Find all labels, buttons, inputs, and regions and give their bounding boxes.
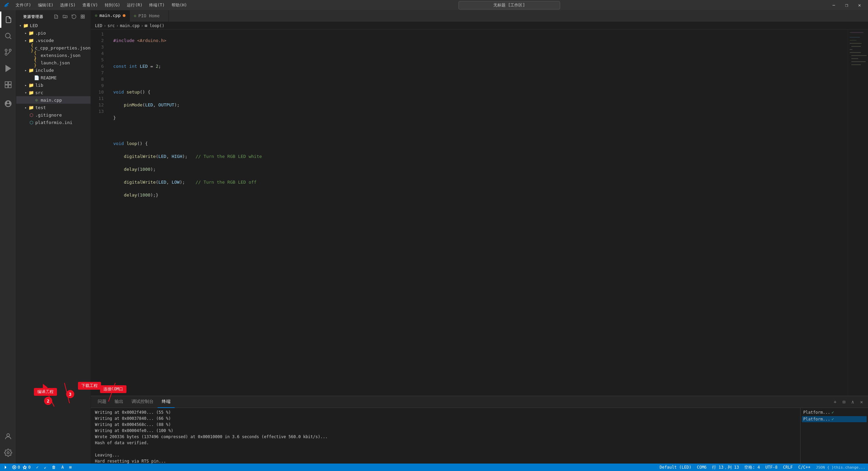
menu-run[interactable]: 运行(R) <box>124 2 145 9</box>
panel-tab-output[interactable]: 输出 <box>111 396 127 408</box>
src-folder-icon: 📁 <box>28 90 34 95</box>
search-bar[interactable]: 无标题 [工作区] <box>458 1 560 9</box>
menu-edit[interactable]: 编辑(E) <box>35 2 56 9</box>
restore-button[interactable]: ❐ <box>842 2 852 8</box>
svg-point-3 <box>5 53 7 55</box>
split-terminal-button[interactable]: ⊟ <box>840 398 848 406</box>
tab-pio-home[interactable]: ⊙ PIO Home × <box>130 10 169 22</box>
status-trash[interactable]: 🗑 <box>49 464 59 471</box>
status-errors[interactable]: 0 0 <box>9 464 33 471</box>
sidebar-actions <box>53 13 86 20</box>
extensions-icon[interactable] <box>0 77 16 93</box>
tree-item-test[interactable]: ▸ 📁 test <box>16 104 91 111</box>
tree-item-gitignore[interactable]: ▸ ⬡ .gitignore <box>16 111 91 119</box>
terminal-instance-2[interactable]: Platform... ✓ <box>802 416 867 422</box>
code-line-5: void setup() { <box>113 89 848 95</box>
status-language[interactable]: C/C++ <box>795 464 813 471</box>
account-icon[interactable] <box>0 428 16 445</box>
explorer-icon[interactable] <box>0 12 16 28</box>
panel-tab-terminal[interactable]: 终端 <box>158 396 175 408</box>
close-panel-button[interactable]: ✕ <box>858 398 865 406</box>
tree-item-pio[interactable]: ▸ 📁 .pio <box>16 29 91 37</box>
status-spaces[interactable]: 空格: 4 <box>742 464 763 471</box>
source-control-icon[interactable] <box>0 44 16 60</box>
status-a[interactable]: A <box>59 464 66 471</box>
status-right-extra[interactable]: JSON { }this.change... <box>813 464 868 471</box>
tree-item-extensions[interactable]: ▸ { } extensions.json <box>16 52 91 59</box>
main-layout: 资源管理器 <box>0 10 868 464</box>
menu-view[interactable]: 查看(V) <box>80 2 101 9</box>
tree-item-include[interactable]: ▸ 📁 include <box>16 66 91 74</box>
include-label: include <box>35 68 54 73</box>
status-grid[interactable]: ⊞ <box>66 464 74 471</box>
titlebar: 文件(F) 编辑(E) 选择(S) 查看(V) 转到(G) 运行(R) 终端(T… <box>0 0 868 10</box>
menu-help[interactable]: 帮助(H) <box>169 2 190 9</box>
breadcrumb-src[interactable]: src <box>107 23 115 28</box>
status-line-ending[interactable]: CRLF <box>780 464 795 471</box>
panel-tab-problems[interactable]: 问题 <box>94 396 111 408</box>
status-left: 0 0 ✓ ↙ 🗑 A ⊞ <box>0 464 74 471</box>
platformio-icon[interactable] <box>0 96 16 112</box>
settings-icon[interactable] <box>0 445 16 461</box>
tree-item-platformio-ini[interactable]: ▸ ⬡ platformio.ini <box>16 119 91 126</box>
code-content[interactable]: #include <Arduino.h> const int LED = 2; … <box>108 29 848 396</box>
menu-goto[interactable]: 转到(G) <box>102 2 123 9</box>
code-line-13: delay(1000);} <box>113 192 848 198</box>
svg-rect-7 <box>5 82 8 84</box>
search-icon[interactable] <box>0 28 16 44</box>
minimize-button[interactable]: − <box>829 2 839 8</box>
status-encoding[interactable]: UTF-8 <box>763 464 780 471</box>
terminal-line-7 <box>95 446 796 452</box>
code-line-1: #include <Arduino.h> <box>113 37 848 44</box>
run-debug-icon[interactable] <box>0 60 16 77</box>
menu-select[interactable]: 选择(S) <box>57 2 78 9</box>
new-folder-button[interactable] <box>61 13 69 20</box>
pio-label: .pio <box>35 30 46 36</box>
collapse-all-button[interactable] <box>79 13 86 20</box>
tree-item-main-cpp[interactable]: ▸ ⊙ main.cpp <box>16 96 91 104</box>
panel-actions: + ⊟ ∧ ✕ <box>831 398 865 406</box>
readme-label: README <box>41 75 57 80</box>
tab-bar: ⊙ main.cpp ⊙ PIO Home × <box>91 10 868 22</box>
terminal-line-1: Writing at 0x0002f490... (55 %) <box>95 409 796 415</box>
close-button[interactable]: ✕ <box>854 2 865 8</box>
svg-rect-22 <box>83 17 84 18</box>
vscode-arrow: ▸ <box>23 38 28 43</box>
status-remote-button[interactable] <box>0 464 9 471</box>
tree-item-launch[interactable]: ▸ { } launch.json <box>16 59 91 66</box>
svg-rect-28 <box>850 49 852 50</box>
cpp-props-icon: { } <box>31 45 34 50</box>
panel-tab-debug[interactable]: 调试控制台 <box>127 396 158 408</box>
tree-item-readme[interactable]: ▸ 📄 README <box>16 74 91 81</box>
status-position[interactable]: 行 13，列 13 <box>709 464 742 471</box>
tree-item-workspace[interactable]: ▾ 📁 LED <box>16 22 91 29</box>
add-terminal-button[interactable]: + <box>831 398 839 406</box>
status-com[interactable]: COM6 <box>694 464 709 471</box>
code-line-3: const int LED = 2; <box>113 63 848 69</box>
breadcrumb-led[interactable]: LED <box>95 23 102 28</box>
breadcrumb-sep3: › <box>141 23 143 28</box>
error-count: 0 <box>18 465 20 470</box>
menu-terminal[interactable]: 终端(T) <box>146 2 167 9</box>
refresh-button[interactable] <box>70 13 78 20</box>
terminal-instance-1[interactable]: Platform... ✓ <box>802 409 867 415</box>
status-checkmark[interactable]: ✓ <box>33 464 41 471</box>
status-port[interactable]: Default (LED) <box>657 464 694 471</box>
tree-item-cpp-props[interactable]: ▸ { } c_cpp_properties.json <box>16 44 91 52</box>
test-folder-icon: 📁 <box>28 105 34 110</box>
breadcrumb-main-cpp[interactable]: main.cpp <box>120 23 140 28</box>
tab-main-cpp[interactable]: ⊙ main.cpp <box>91 10 130 22</box>
sidebar-title: 资源管理器 <box>23 14 43 19</box>
tree-item-vscode[interactable]: ▸ 📁 .vscode <box>16 37 91 44</box>
status-download[interactable]: ↙ <box>41 464 49 471</box>
new-file-button[interactable] <box>53 13 60 20</box>
menu-file[interactable]: 文件(F) <box>13 2 34 9</box>
code-line-4 <box>113 76 848 82</box>
terminal-line-6: Hash of data verified. <box>95 440 796 446</box>
terminal-content[interactable]: Writing at 0x0002f490... (55 %) Writing … <box>91 408 800 464</box>
tree-item-lib[interactable]: ▸ 📁 lib <box>16 81 91 89</box>
tree-item-src[interactable]: ▾ 📁 src <box>16 89 91 96</box>
maximize-panel-button[interactable]: ∧ <box>849 398 856 406</box>
breadcrumb-loop[interactable]: ⊞ loop() <box>145 23 164 28</box>
code-line-10: digitalWrite(LED, HIGH); // Turn the RGB… <box>113 153 848 160</box>
